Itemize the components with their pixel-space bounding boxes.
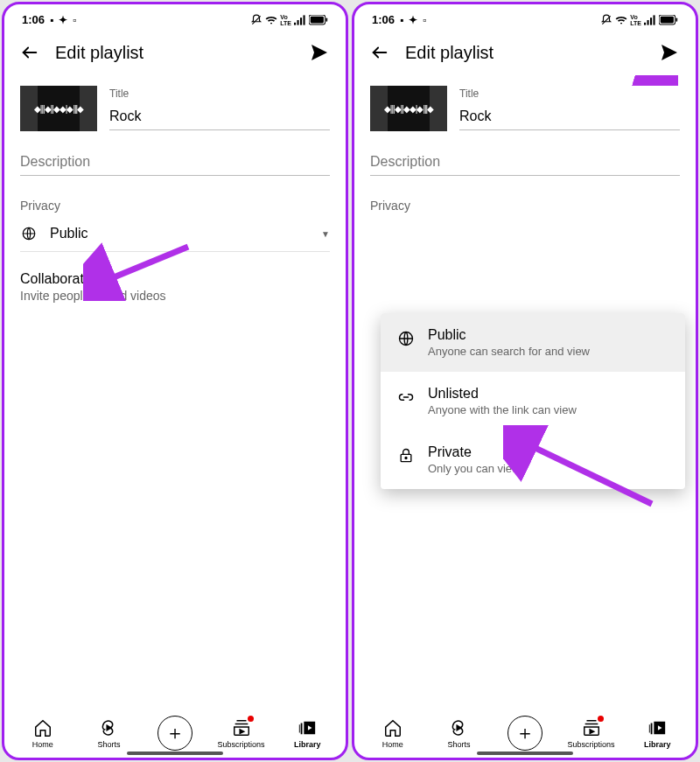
status-silent-icon xyxy=(600,14,612,26)
nav-library[interactable]: Library xyxy=(280,717,334,749)
nav-shorts-label: Shorts xyxy=(447,740,470,749)
collaborate-title: Collaborate xyxy=(20,271,330,287)
title-input[interactable] xyxy=(459,105,680,130)
status-notif-app-icon: ✦ xyxy=(409,14,417,26)
svg-point-22 xyxy=(405,458,407,459)
nav-create[interactable]: ＋ xyxy=(498,716,552,751)
nav-subscriptions[interactable]: Subscriptions xyxy=(214,717,269,749)
nav-home[interactable]: Home xyxy=(366,717,420,749)
title-input[interactable] xyxy=(109,105,330,130)
status-battery-icon xyxy=(309,15,328,25)
phone-screenshot-right: 1:06 ▪ ✦ ▫ VoLTE Edit playlist xyxy=(352,2,698,760)
nav-home-label: Home xyxy=(32,740,53,749)
plus-icon: ＋ xyxy=(508,716,542,751)
status-bar: 1:06 ▪ ✦ ▫ VoLTE xyxy=(354,4,696,30)
svg-rect-12 xyxy=(644,22,646,24)
title-label: Title xyxy=(459,87,680,100)
option-subtitle: Only you can view xyxy=(428,462,669,475)
privacy-option-private[interactable]: Private Only you can view xyxy=(381,430,685,489)
privacy-selected-value: Public xyxy=(50,226,88,241)
playlist-thumbnail[interactable]: ◆|||◆||◆◆|◆|||◆ xyxy=(370,86,447,131)
nav-library-label: Library xyxy=(294,740,321,749)
privacy-label: Privacy xyxy=(370,199,680,213)
home-indicator xyxy=(477,752,573,755)
globe-icon xyxy=(396,329,416,348)
svg-rect-15 xyxy=(654,15,655,24)
subscriptions-icon xyxy=(581,717,602,738)
playlist-title-row: ◆|||◆||◆◆|◆|||◆ Title xyxy=(370,86,680,131)
status-volte-icon: VoLTE xyxy=(630,14,641,26)
plus-icon: ＋ xyxy=(158,716,192,751)
app-header: Edit playlist xyxy=(354,30,696,75)
home-indicator xyxy=(127,752,223,755)
svg-rect-13 xyxy=(648,20,649,25)
status-notif-app-icon: ✦ xyxy=(59,14,67,26)
link-icon xyxy=(396,388,416,407)
status-notif-misc-icon: ▫ xyxy=(73,14,76,26)
svg-rect-2 xyxy=(298,20,299,25)
description-input[interactable] xyxy=(370,150,680,176)
option-title: Private xyxy=(428,444,669,460)
nav-subscriptions-label: Subscriptions xyxy=(568,740,615,749)
bottom-nav: Home Shorts ＋ Subscriptions Library xyxy=(4,710,346,758)
home-icon xyxy=(382,717,403,738)
lock-icon xyxy=(396,446,416,465)
nav-subscriptions[interactable]: Subscriptions xyxy=(564,717,619,749)
status-time: 1:06 xyxy=(22,13,45,26)
annotation-arrow xyxy=(494,75,678,86)
send-button[interactable] xyxy=(309,42,330,63)
title-label: Title xyxy=(109,87,330,100)
option-title: Unlisted xyxy=(428,386,669,402)
collaborate-subtitle: Invite people to add videos xyxy=(20,289,330,303)
back-arrow-icon[interactable] xyxy=(20,43,39,62)
status-signal-icon xyxy=(294,15,306,25)
option-subtitle: Anyone with the link can view xyxy=(428,403,669,416)
bottom-nav: Home Shorts ＋ Subscriptions Library xyxy=(354,710,696,758)
svg-rect-6 xyxy=(311,16,324,23)
privacy-label: Privacy xyxy=(20,199,330,213)
svg-rect-18 xyxy=(676,17,677,21)
page-title: Edit playlist xyxy=(55,43,293,63)
back-arrow-icon[interactable] xyxy=(370,43,389,62)
svg-rect-3 xyxy=(300,17,302,24)
status-signal-icon xyxy=(644,15,656,25)
svg-rect-14 xyxy=(650,17,652,24)
status-battery-icon xyxy=(659,15,678,25)
status-bar: 1:06 ▪ ✦ ▫ VoLTE xyxy=(4,4,346,30)
library-icon xyxy=(297,717,318,738)
svg-rect-1 xyxy=(294,22,296,24)
svg-rect-4 xyxy=(304,15,305,24)
home-icon xyxy=(32,717,53,738)
collaborate-section[interactable]: Collaborate Invite people to add videos xyxy=(20,271,330,303)
privacy-dropdown[interactable]: Public ▼ xyxy=(20,220,330,252)
status-volte-icon: VoLTE xyxy=(280,14,291,26)
shorts-icon xyxy=(448,717,469,738)
privacy-option-unlisted[interactable]: Unlisted Anyone with the link can view xyxy=(381,372,685,430)
send-button[interactable] xyxy=(659,42,680,63)
notification-dot xyxy=(248,716,254,722)
playlist-title-row: ◆|||◆||◆◆|◆|||◆ Title xyxy=(20,86,330,131)
status-notif-chat-icon: ▪ xyxy=(50,14,53,26)
status-notif-misc-icon: ▫ xyxy=(423,14,426,26)
shorts-icon xyxy=(98,717,119,738)
nav-create[interactable]: ＋ xyxy=(148,716,202,751)
waveform-icon: ◆|||◆||◆◆|◆|||◆ xyxy=(384,104,433,114)
description-input[interactable] xyxy=(20,150,330,176)
phone-screenshot-left: 1:06 ▪ ✦ ▫ VoLTE Edit playlist xyxy=(2,2,348,760)
globe-icon xyxy=(20,225,38,242)
nav-home[interactable]: Home xyxy=(16,717,70,749)
nav-shorts[interactable]: Shorts xyxy=(81,717,136,749)
waveform-icon: ◆|||◆||◆◆|◆|||◆ xyxy=(34,104,83,114)
privacy-option-public[interactable]: Public Anyone can search for and view xyxy=(381,313,685,372)
status-silent-icon xyxy=(250,14,262,26)
app-header: Edit playlist xyxy=(4,30,346,75)
option-title: Public xyxy=(428,327,669,343)
nav-home-label: Home xyxy=(382,740,403,749)
playlist-thumbnail[interactable]: ◆|||◆||◆◆|◆|||◆ xyxy=(20,86,97,131)
status-wifi-icon xyxy=(615,14,627,26)
status-notif-chat-icon: ▪ xyxy=(400,14,403,26)
nav-shorts-label: Shorts xyxy=(97,740,120,749)
nav-library[interactable]: Library xyxy=(630,717,684,749)
svg-rect-17 xyxy=(661,16,674,23)
nav-shorts[interactable]: Shorts xyxy=(431,717,486,749)
